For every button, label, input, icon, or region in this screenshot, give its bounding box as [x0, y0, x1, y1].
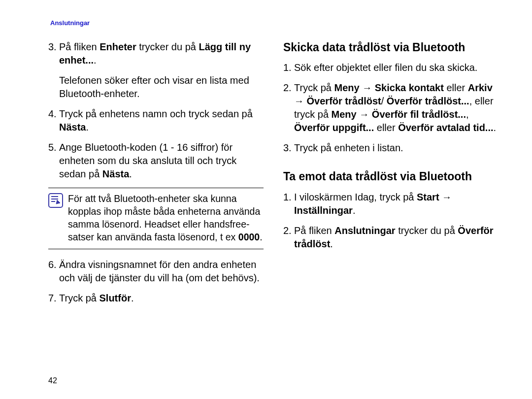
bold: 0000 [238, 232, 260, 242]
text: Tryck på [59, 293, 100, 303]
step-7: 7. Tryck på Slutför. [48, 292, 264, 305]
note-box: För att två Bluetooth-enheter ska kunna … [48, 188, 264, 249]
right-column: Skicka data trådlöst via Bluetooth 1. Sö… [283, 40, 499, 312]
step-number: 4. [48, 107, 59, 134]
bold: Meny [334, 82, 360, 93]
bold: Överför trådlöst... [387, 96, 469, 106]
bold: Nästa [102, 168, 129, 179]
step-3-sub: Telefonen söker efter och visar en lista… [48, 74, 264, 100]
bold: Inställningar [294, 205, 353, 216]
step-number: 3. [283, 141, 294, 155]
step-number: 7. [48, 292, 59, 305]
step-number: 2. [283, 81, 294, 134]
bold: Slutför [100, 293, 131, 303]
step-6: 6. Ändra visningsnamnet för den andra en… [48, 258, 264, 285]
send-step-2: 2. Tryck på Meny → Skicka kontakt eller … [283, 81, 499, 134]
step-text: Sök efter objektet eller filen du ska sk… [294, 61, 499, 74]
step-text: På fliken Anslutningar trycker du på Öve… [294, 224, 499, 251]
text: → [360, 82, 375, 93]
send-step-3: 3. Tryck på enheten i listan. [283, 141, 499, 155]
step-number: 6. [48, 258, 59, 285]
bold: Överför fil trådlöst... [372, 109, 466, 120]
send-step-1: 1. Sök efter objektet eller filen du ska… [283, 61, 499, 74]
text: . [330, 238, 333, 249]
bold: Arkiv [468, 82, 493, 93]
note-icon [48, 193, 63, 208]
note-text: För att två Bluetooth-enheter ska kunna … [68, 192, 264, 244]
text: trycker du på [136, 41, 199, 52]
text: . [494, 122, 497, 133]
bold: Skicka kontakt [375, 82, 444, 93]
text: . [94, 55, 97, 66]
text: . [86, 122, 89, 133]
text: Tryck på [294, 82, 334, 93]
step-number: 2. [283, 224, 294, 251]
step-text: Tryck på Slutför. [59, 292, 264, 305]
recv-step-1: 1. I viloskärmen Idag, tryck på Start → … [283, 191, 499, 217]
step-text: Tryck på enheten i listan. [294, 141, 499, 155]
step-text: Ange Bluetooth-koden (1 - 16 siffror) fö… [59, 141, 264, 181]
step-number: 1. [283, 191, 294, 217]
page-number: 42 [48, 375, 57, 386]
bold: Överför avtalad tid... [398, 122, 493, 133]
recv-step-2: 2. På fliken Anslutningar trycker du på … [283, 224, 499, 251]
text: För att två Bluetooth-enheter ska kunna … [68, 193, 260, 243]
bold: Överför uppgift... [294, 122, 374, 133]
step-5: 5. Ange Bluetooth-koden (1 - 16 siffror)… [48, 141, 264, 181]
text: / [381, 96, 387, 106]
bold: Meny [332, 109, 357, 120]
bold: Överför trådlöst [307, 96, 381, 106]
step-text: Tryck på Meny → Skicka kontakt eller Ark… [294, 81, 499, 134]
text: Tryck på enhetens namn och tryck sedan p… [59, 108, 253, 119]
text: → [439, 192, 452, 202]
bold: Enheter [100, 41, 136, 52]
text: På fliken [59, 41, 100, 52]
step-number: 3. [48, 40, 59, 67]
bold: Nästa [59, 122, 86, 133]
svg-rect-0 [49, 194, 63, 207]
step-text: I viloskärmen Idag, tryck på Start → Ins… [294, 191, 499, 217]
heading-send-data: Skicka data trådlöst via Bluetooth [283, 40, 499, 55]
text: . [131, 293, 134, 303]
text: , [466, 109, 469, 120]
step-number: 5. [48, 141, 59, 181]
bold: Start [417, 192, 439, 202]
text: Ange Bluetooth-koden (1 - 16 siffror) fö… [59, 142, 236, 179]
text: . [353, 205, 356, 216]
text: trycker du på [396, 225, 458, 236]
text: . [260, 232, 262, 242]
heading-receive-data: Ta emot data trådlöst via Bluetooth [283, 169, 499, 184]
left-column: 3. På fliken Enheter trycker du på Lägg … [48, 40, 264, 312]
bold: Anslutningar [334, 225, 395, 236]
step-3: 3. På fliken Enheter trycker du på Lägg … [48, 40, 264, 67]
text: På fliken [294, 225, 334, 236]
text: I viloskärmen Idag, tryck på [294, 192, 417, 202]
text: . [129, 168, 132, 179]
two-column-layout: 3. På fliken Enheter trycker du på Lägg … [48, 40, 499, 312]
step-text: På fliken Enheter trycker du på Lägg til… [59, 40, 264, 67]
step-4: 4. Tryck på enhetens namn och tryck seda… [48, 107, 264, 134]
text: → [357, 109, 372, 120]
step-text: Tryck på enhetens namn och tryck sedan p… [59, 107, 264, 134]
text: eller [374, 122, 398, 133]
text: eller [444, 82, 468, 93]
step-number: 1. [283, 61, 294, 74]
step-text: Ändra visningsnamnet för den andra enhet… [59, 258, 264, 285]
section-header: Anslutningar [50, 19, 499, 28]
text: → [294, 96, 307, 106]
